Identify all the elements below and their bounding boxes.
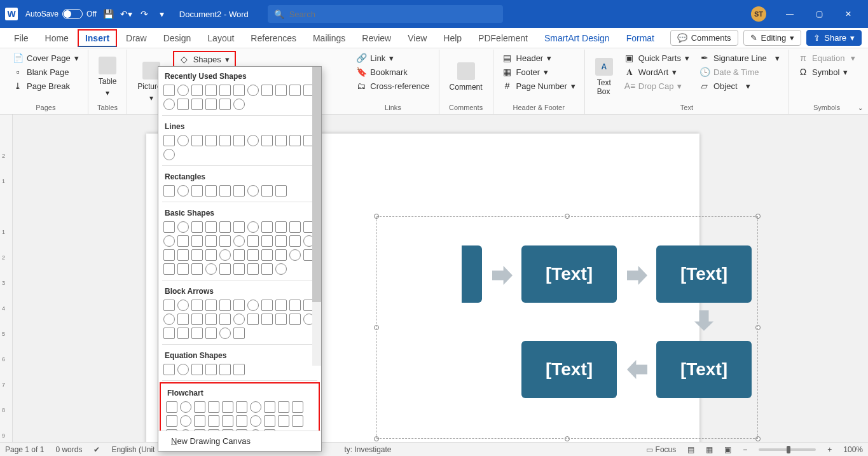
- shape-item[interactable]: [275, 249, 287, 261]
- redo-icon[interactable]: ↷: [139, 8, 150, 20]
- shape-item[interactable]: [205, 185, 217, 197]
- shape-item[interactable]: [191, 99, 203, 110]
- page-number-button[interactable]: #Page Number ▾: [499, 79, 579, 93]
- smartart-box[interactable]: [Text]: [656, 245, 752, 303]
- shape-item[interactable]: [163, 328, 175, 339]
- shape-item[interactable]: [275, 235, 287, 247]
- shape-item[interactable]: [163, 221, 175, 233]
- shape-item[interactable]: [163, 364, 175, 375]
- shape-item[interactable]: [250, 429, 261, 431]
- shape-item[interactable]: [261, 235, 273, 247]
- shape-item[interactable]: [233, 314, 245, 325]
- shape-item[interactable]: [177, 135, 189, 146]
- shape-item[interactable]: [278, 401, 289, 413]
- date-time-button[interactable]: 🕒Date & Time: [696, 65, 783, 79]
- shape-item[interactable]: [292, 401, 303, 413]
- scrollbar-thumb[interactable]: [312, 67, 321, 302]
- shape-item[interactable]: [222, 401, 233, 413]
- bookmark-button[interactable]: 🔖Bookmark: [352, 65, 433, 79]
- shape-item[interactable]: [177, 249, 189, 261]
- shape-item[interactable]: [166, 415, 177, 427]
- shape-item[interactable]: [219, 328, 231, 339]
- share-button[interactable]: ⇪ Share ▾: [806, 30, 862, 46]
- cover-page-button[interactable]: 📄Cover Page ▾: [9, 51, 83, 65]
- smartart-box[interactable]: [Text]: [521, 341, 617, 398]
- shape-item[interactable]: [247, 85, 259, 96]
- shape-item[interactable]: [264, 401, 275, 413]
- tab-file[interactable]: File: [6, 29, 36, 47]
- new-drawing-canvas[interactable]: New Drawing Canvas: [158, 431, 321, 451]
- zoom-out-button[interactable]: −: [743, 445, 747, 454]
- zoom-slider[interactable]: [759, 448, 816, 451]
- tab-mailings[interactable]: Mailings: [305, 29, 353, 47]
- search-input[interactable]: [289, 10, 497, 19]
- footer-button[interactable]: ▦Footer ▾: [499, 65, 579, 79]
- shape-item[interactable]: [236, 429, 247, 431]
- shape-item[interactable]: [163, 249, 175, 261]
- shape-item[interactable]: [247, 235, 259, 247]
- shape-item[interactable]: [208, 415, 219, 427]
- tab-insert[interactable]: Insert: [78, 29, 117, 47]
- shape-item[interactable]: [289, 221, 301, 233]
- shape-item[interactable]: [177, 235, 189, 247]
- shape-item[interactable]: [219, 263, 231, 275]
- shape-item[interactable]: [292, 415, 303, 427]
- shape-item[interactable]: [233, 328, 245, 339]
- tab-help[interactable]: Help: [436, 29, 469, 47]
- tab-draw[interactable]: Draw: [118, 29, 155, 47]
- shape-item[interactable]: [261, 263, 273, 275]
- tab-layout[interactable]: Layout: [200, 29, 242, 47]
- shape-item[interactable]: [247, 300, 259, 311]
- shape-item[interactable]: [275, 314, 287, 325]
- shape-item[interactable]: [191, 314, 203, 325]
- shape-item[interactable]: [264, 429, 275, 431]
- shape-item[interactable]: [205, 263, 217, 275]
- shape-item[interactable]: [177, 364, 189, 375]
- user-avatar[interactable]: ST: [751, 6, 766, 22]
- status-words[interactable]: 0 words: [55, 445, 82, 454]
- qat-more-icon[interactable]: ▾: [156, 8, 168, 20]
- shape-item[interactable]: [247, 314, 259, 325]
- signature-line-button[interactable]: ✒Signature Line ▾: [696, 51, 783, 65]
- focus-mode-button[interactable]: ▭ Focus: [646, 445, 676, 454]
- shape-item[interactable]: [275, 135, 287, 146]
- text-box-button[interactable]: AText Box: [590, 51, 618, 102]
- shape-item[interactable]: [177, 300, 189, 311]
- shape-item[interactable]: [219, 221, 231, 233]
- page-break-button[interactable]: ⤓Page Break: [9, 79, 83, 93]
- shape-item[interactable]: [247, 249, 259, 261]
- zoom-percent[interactable]: 100%: [843, 445, 863, 454]
- shape-item[interactable]: [191, 221, 203, 233]
- quick-parts-button[interactable]: ▣Quick Parts ▾: [621, 51, 693, 65]
- drop-cap-button[interactable]: A≡Drop Cap ▾: [621, 79, 693, 93]
- shape-item[interactable]: [233, 249, 245, 261]
- shape-item[interactable]: [236, 415, 247, 427]
- shape-item[interactable]: [163, 263, 175, 275]
- shape-item[interactable]: [205, 85, 217, 96]
- smartart-box-partial[interactable]: [462, 245, 482, 303]
- shape-item[interactable]: [163, 135, 175, 146]
- shape-item[interactable]: [275, 300, 287, 311]
- view-web-icon[interactable]: ▣: [724, 445, 731, 454]
- close-button[interactable]: ✕: [834, 0, 863, 28]
- smartart-box[interactable]: [Text]: [521, 245, 617, 303]
- tab-review[interactable]: Review: [354, 29, 399, 47]
- shape-item[interactable]: [205, 300, 217, 311]
- header-button[interactable]: ▤Header ▾: [499, 51, 579, 65]
- shape-item[interactable]: [289, 314, 301, 325]
- shape-item[interactable]: [261, 221, 273, 233]
- shape-item[interactable]: [191, 85, 203, 96]
- shape-item[interactable]: [233, 135, 245, 146]
- shape-item[interactable]: [180, 415, 191, 427]
- shape-item[interactable]: [278, 415, 289, 427]
- shape-item[interactable]: [177, 185, 189, 197]
- autosave-toggle[interactable]: AutoSave Off: [25, 9, 97, 19]
- shape-item[interactable]: [205, 364, 217, 375]
- shape-item[interactable]: [180, 429, 191, 431]
- editing-mode-button[interactable]: ✎ Editing ▾: [743, 30, 802, 46]
- shape-item[interactable]: [191, 135, 203, 146]
- shape-item[interactable]: [177, 314, 189, 325]
- ribbon-collapse-icon[interactable]: ⌄: [858, 104, 863, 111]
- shape-item[interactable]: [177, 99, 189, 110]
- shape-item[interactable]: [191, 185, 203, 197]
